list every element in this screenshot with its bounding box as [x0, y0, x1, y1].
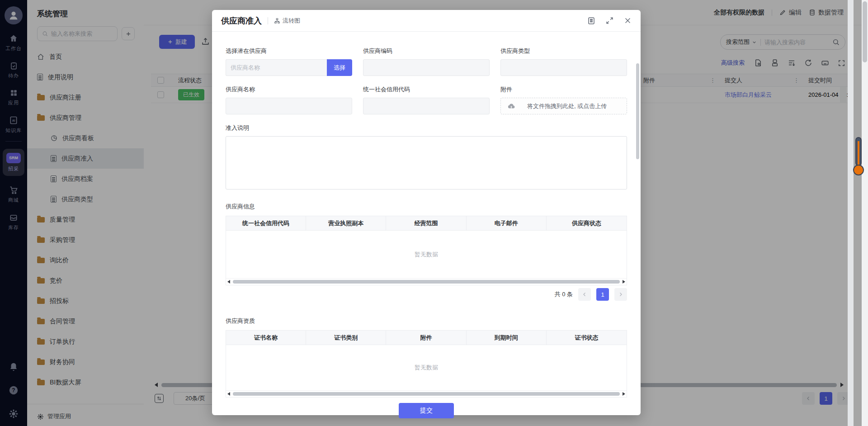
- admission-form: 选择潜在供应商 选择 供应商编码 供应商类型 供应商名称: [226, 47, 627, 114]
- scrollbar-thumb[interactable]: [233, 392, 620, 396]
- flow-chart-link[interactable]: 流转图: [274, 17, 300, 25]
- next-page-button[interactable]: [614, 288, 627, 301]
- total-count: 共 0 条: [555, 290, 573, 298]
- content-scrollbar-track[interactable]: [848, 0, 854, 426]
- supplier-type-input[interactable]: [500, 59, 627, 76]
- qualification-table: 证书名称 证书类别 附件 到期时间 证书状态 暂无数据: [226, 330, 627, 398]
- close-icon[interactable]: [624, 17, 632, 24]
- admission-note-label: 准入说明: [226, 124, 627, 132]
- col-email: 电子邮件: [467, 216, 547, 230]
- page-scrollbar-track[interactable]: [862, 0, 868, 426]
- empty-state-text: 暂无数据: [226, 345, 627, 390]
- supplier-info-table: 统一社会信用代码 营业执照副本 经营范围 电子邮件 供应商状态 暂无数据: [226, 216, 627, 285]
- modal-title: 供应商准入: [221, 15, 262, 26]
- info-table-scrollbar: [226, 278, 627, 285]
- prev-page-button[interactable]: [578, 288, 591, 301]
- col-cert-status: 证书状态: [547, 331, 627, 345]
- qualification-table-scrollbar: [226, 390, 627, 397]
- col-credit-code: 统一社会信用代码: [226, 216, 306, 230]
- field-supplier-name: 供应商名称: [226, 85, 352, 114]
- page-scrollbar-thumb[interactable]: [863, 1, 867, 62]
- field-supplier-type: 供应商类型: [500, 47, 627, 76]
- modal-header: 供应商准入 流转图: [212, 10, 641, 32]
- select-supplier-button[interactable]: 选择: [327, 59, 352, 76]
- col-business-license: 营业执照副本: [306, 216, 386, 230]
- modal-scrollbar-thumb[interactable]: [636, 63, 639, 159]
- supplier-info-title: 供应商信息: [226, 203, 627, 211]
- modal-body: 选择潜在供应商 选择 供应商编码 供应商类型 供应商名称: [212, 32, 641, 415]
- supplier-info-pagination: 共 0 条 1: [226, 285, 627, 303]
- supplier-admission-modal: 供应商准入 流转图 选择潜在供应商 选择: [212, 10, 641, 415]
- field-credit-code: 统一社会信用代码: [363, 85, 490, 114]
- col-supplier-status: 供应商状态: [547, 216, 627, 230]
- potential-supplier-input[interactable]: [226, 59, 327, 76]
- scroll-left-arrow[interactable]: [227, 392, 230, 396]
- admission-note-input[interactable]: [226, 136, 627, 189]
- col-expiry-date: 到期时间: [467, 331, 547, 345]
- credit-code-input[interactable]: [363, 98, 490, 114]
- field-supplier-code: 供应商编码: [363, 47, 490, 76]
- submit-button[interactable]: 提交: [399, 403, 454, 418]
- scroll-left-arrow[interactable]: [227, 280, 230, 284]
- field-potential-supplier: 选择潜在供应商 选择: [226, 47, 352, 76]
- file-upload-dropzone[interactable]: 将文件拖拽到此处, 或点击上传: [500, 98, 627, 114]
- empty-state-text: 暂无数据: [226, 231, 627, 278]
- cloud-upload-icon: [507, 102, 515, 110]
- col-cert-attachment: 附件: [386, 331, 466, 345]
- col-business-scope: 经营范围: [386, 216, 466, 230]
- scroll-right-arrow[interactable]: [623, 280, 625, 284]
- qualification-title: 供应商资质: [226, 317, 627, 325]
- thermometer-widget-icon[interactable]: [853, 136, 864, 181]
- field-attachment: 附件 将文件拖拽到此处, 或点击上传: [500, 85, 627, 114]
- current-page-button[interactable]: 1: [596, 288, 609, 301]
- flow-chart-icon: [274, 18, 280, 24]
- supplier-name-input[interactable]: [226, 98, 352, 114]
- document-log-icon[interactable]: [587, 17, 595, 25]
- app-screen: 工作台 待办 应用 AI 知识库 SRM 招采 商城 库存: [0, 0, 868, 426]
- scroll-right-arrow[interactable]: [623, 392, 625, 396]
- col-cert-name: 证书名称: [226, 331, 306, 345]
- expand-icon[interactable]: [606, 17, 613, 24]
- scrollbar-thumb[interactable]: [233, 280, 620, 284]
- supplier-code-input[interactable]: [363, 59, 490, 76]
- col-cert-category: 证书类别: [306, 331, 386, 345]
